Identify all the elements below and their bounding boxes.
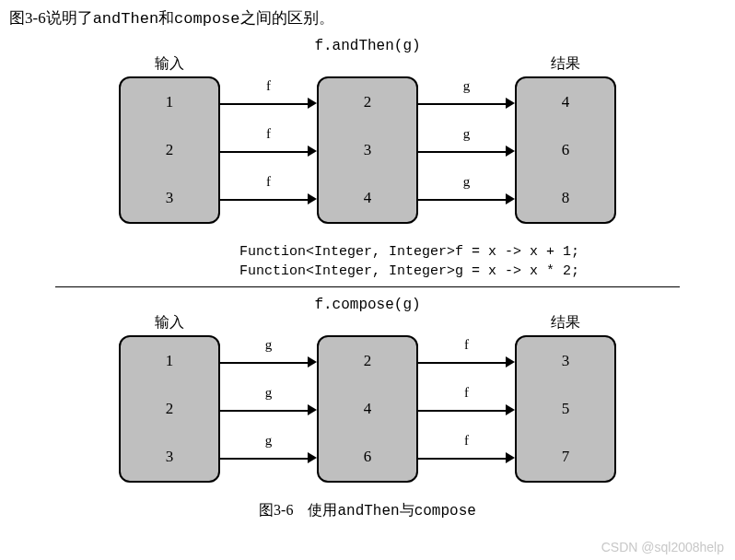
arrow-g-3: g	[418, 174, 515, 190]
andthen-input-label: 输入	[119, 54, 220, 74]
andthen-res-2: 6	[562, 141, 570, 159]
andthen-arrows-f: f f f	[220, 76, 317, 224]
compose-arrows-f: f f f	[418, 335, 515, 483]
andthen-in-1: 1	[166, 93, 174, 111]
carrow-f-2: f	[418, 385, 515, 401]
code-line-2: Function<Integer, Integer>g = x -> x * 2…	[239, 263, 579, 279]
compose-in-1: 1	[166, 352, 174, 370]
compose-diagram: 输入 结果 1 2 3 g g g 2 4 6 f f f 3 5 7	[18, 319, 718, 494]
andthen-mid-2: 3	[364, 141, 372, 159]
code-line-1: Function<Integer, Integer>f = x -> x + 1…	[239, 244, 579, 260]
andthen-mid-box: 2 3 4	[317, 76, 418, 224]
caption-mid: 与	[400, 502, 414, 518]
andthen-arrows-g: g g g	[418, 76, 515, 224]
andthen-title: f.andThen(g)	[9, 38, 726, 54]
caption-code2: compose	[414, 503, 476, 519]
intro-text: 图3-6说明了andThen和compose之间的区别。	[9, 7, 726, 29]
andthen-in-2: 2	[166, 141, 174, 159]
compose-input-label: 输入	[119, 313, 220, 332]
intro-post: 之间的区别。	[240, 9, 334, 27]
arrow-f-1: f	[220, 78, 317, 94]
carrow-f-3: f	[418, 433, 515, 449]
intro-code2: compose	[174, 10, 239, 28]
andthen-mid-3: 4	[364, 189, 372, 207]
arrow-g-1: g	[418, 78, 515, 94]
compose-mid-1: 2	[364, 352, 372, 370]
compose-in-2: 2	[166, 400, 174, 418]
function-definitions: Function<Integer, Integer>f = x -> x + 1…	[239, 242, 726, 281]
compose-mid-3: 6	[364, 448, 372, 466]
compose-mid-2: 4	[364, 400, 372, 418]
carrow-f-1: f	[418, 337, 515, 353]
andthen-result-label: 结果	[515, 54, 616, 74]
andthen-res-3: 8	[562, 189, 570, 207]
separator-line	[55, 286, 680, 287]
intro-code1: andThen	[93, 10, 158, 28]
arrow-f-2: f	[220, 126, 317, 142]
caption-code1: andThen	[337, 503, 399, 519]
compose-input-box: 1 2 3	[119, 335, 220, 483]
compose-res-2: 5	[562, 400, 570, 418]
compose-res-3: 7	[562, 448, 570, 466]
andthen-input-box: 1 2 3	[119, 76, 220, 224]
andthen-diagram: 输入 结果 1 2 3 f f f 2 3 4 g g g 4 6 8	[18, 60, 718, 235]
caption-pre: 图3-6 使用	[259, 502, 337, 518]
arrow-f-3: f	[220, 174, 317, 190]
arrow-g-2: g	[418, 126, 515, 142]
compose-res-1: 3	[562, 352, 570, 370]
andthen-result-box: 4 6 8	[515, 76, 616, 224]
andthen-mid-1: 2	[364, 93, 372, 111]
compose-arrows-g: g g g	[220, 335, 317, 483]
intro-pre: 图3-6说明了	[9, 9, 93, 27]
carrow-g-3: g	[220, 433, 317, 449]
compose-result-label: 结果	[515, 313, 616, 332]
compose-result-box: 3 5 7	[515, 335, 616, 483]
compose-in-3: 3	[166, 448, 174, 466]
intro-mid: 和	[158, 9, 174, 27]
compose-title: f.compose(g)	[9, 297, 726, 313]
andthen-in-3: 3	[166, 189, 174, 207]
figure-caption: 图3-6 使用andThen与compose	[9, 501, 726, 520]
andthen-res-1: 4	[562, 93, 570, 111]
carrow-g-1: g	[220, 337, 317, 353]
compose-mid-box: 2 4 6	[317, 335, 418, 483]
carrow-g-2: g	[220, 385, 317, 401]
